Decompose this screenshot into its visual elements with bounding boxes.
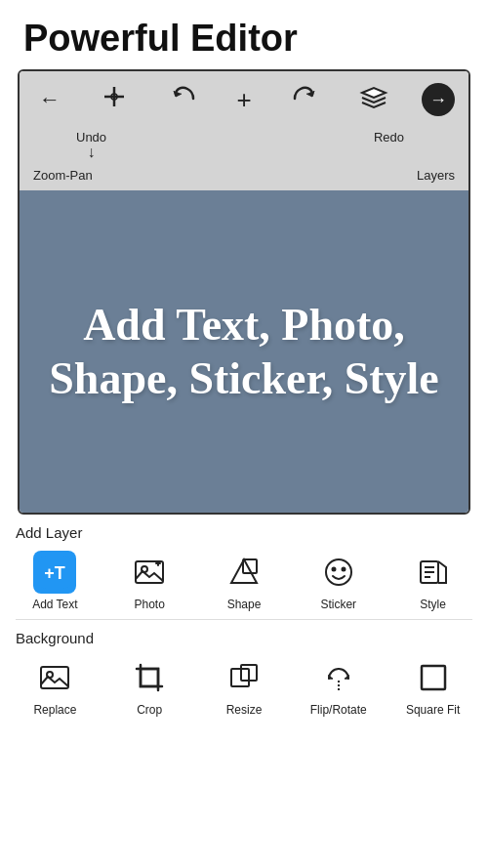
svg-rect-16 bbox=[141, 669, 158, 686]
tool-resize[interactable]: Resize bbox=[210, 656, 278, 717]
tool-shape[interactable]: Shape bbox=[210, 551, 278, 611]
redo-label: Redo bbox=[374, 130, 404, 145]
back-icon[interactable]: ← bbox=[33, 85, 66, 114]
toolbar: ← + bbox=[20, 71, 468, 128]
svg-point-7 bbox=[326, 559, 351, 585]
flip-rotate-label: Flip/Rotate bbox=[310, 703, 367, 717]
undo-icon[interactable] bbox=[162, 79, 205, 120]
svg-rect-14 bbox=[41, 667, 68, 688]
add-layer-label: Add Layer bbox=[0, 515, 488, 547]
layers-label: Layers bbox=[417, 168, 455, 183]
sticker-label: Sticker bbox=[320, 598, 356, 611]
tool-add-text[interactable]: +T Add Text bbox=[20, 551, 89, 611]
resize-icon bbox=[223, 656, 265, 699]
crop-label: Crop bbox=[137, 703, 162, 717]
canvas-text: Add Text, Photo, Shape, Sticker, Style bbox=[39, 298, 449, 405]
square-fit-label: Square Fit bbox=[406, 703, 460, 717]
tool-flip-rotate[interactable]: Flip/Rotate bbox=[305, 656, 373, 717]
add-icon[interactable]: + bbox=[230, 83, 257, 117]
zoom-pan-icon[interactable] bbox=[93, 79, 136, 120]
shape-icon bbox=[223, 551, 265, 594]
bottom-panel: Add Layer +T Add Text Photo bbox=[0, 515, 488, 724]
add-text-icon: +T bbox=[33, 551, 76, 594]
sticker-icon bbox=[317, 551, 360, 594]
editor-container: ← + bbox=[18, 69, 470, 515]
tool-crop[interactable]: Crop bbox=[115, 656, 183, 717]
replace-label: Replace bbox=[33, 703, 76, 717]
style-icon bbox=[412, 551, 455, 594]
svg-rect-20 bbox=[422, 666, 445, 689]
tool-sticker[interactable]: Sticker bbox=[305, 551, 373, 611]
crop-icon bbox=[128, 656, 171, 699]
tool-square-fit[interactable]: Square Fit bbox=[399, 656, 468, 717]
add-layer-tools: +T Add Text Photo bbox=[0, 547, 488, 619]
resize-label: Resize bbox=[226, 703, 263, 717]
page-title: Powerful Editor bbox=[0, 0, 488, 69]
photo-icon bbox=[128, 551, 171, 594]
tool-replace[interactable]: Replace bbox=[20, 656, 89, 717]
toolbar-labels-row: Zoom-Pan Layers bbox=[20, 168, 468, 190]
shape-label: Shape bbox=[227, 598, 262, 611]
background-label: Background bbox=[0, 620, 488, 652]
layers-icon[interactable] bbox=[352, 79, 395, 120]
photo-label: Photo bbox=[135, 598, 165, 611]
square-fit-icon bbox=[412, 656, 455, 699]
add-text-label: Add Text bbox=[32, 598, 77, 611]
tool-photo[interactable]: Photo bbox=[115, 551, 183, 611]
replace-icon bbox=[33, 656, 76, 699]
undo-label: Undo bbox=[76, 130, 106, 145]
svg-point-8 bbox=[332, 568, 335, 571]
zoom-pan-label: Zoom-Pan bbox=[33, 168, 93, 183]
tool-style[interactable]: Style bbox=[399, 551, 468, 611]
svg-point-9 bbox=[342, 568, 345, 571]
redo-icon[interactable] bbox=[283, 79, 326, 120]
style-label: Style bbox=[420, 598, 446, 611]
background-tools: Replace Crop Resize bbox=[0, 652, 488, 724]
svg-text:+T: +T bbox=[45, 563, 66, 583]
next-button[interactable]: → bbox=[422, 83, 455, 116]
canvas-area: Add Text, Photo, Shape, Sticker, Style bbox=[20, 190, 468, 513]
flip-rotate-icon bbox=[317, 656, 360, 699]
undo-arrow: ↓ bbox=[88, 145, 96, 160]
